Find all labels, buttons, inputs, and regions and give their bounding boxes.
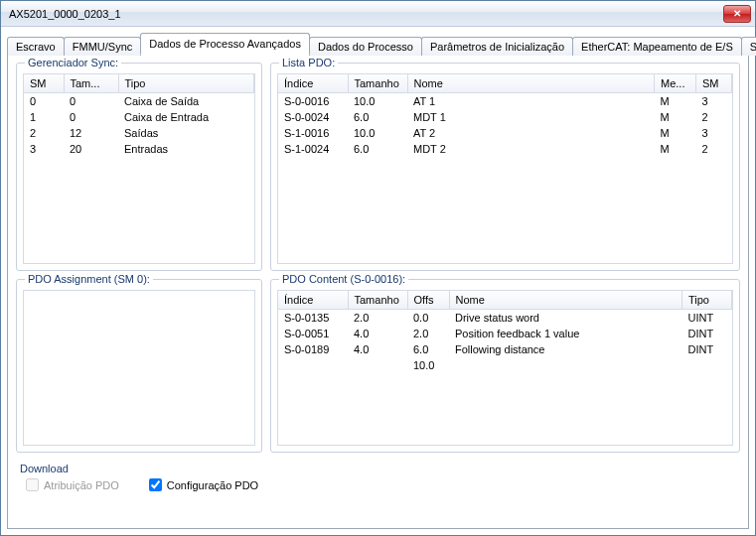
tab-ethercat-mapeamento[interactable]: EtherCAT: Mapeamento de E/S [572,37,742,56]
window-content: Escravo FMMU/Sync Dados de Processo Avan… [1,27,755,535]
checkbox-atribuicao-pdo-label: Atribuição PDO [44,479,119,491]
th-pdolist-sm[interactable]: SM [696,74,732,93]
th-pdoc-tamanho[interactable]: Tamanho [348,291,407,310]
tab-dados-processo[interactable]: Dados do Processo [309,37,422,56]
checkbox-configuracao-pdo-label: Configuração PDO [167,479,258,491]
th-pdolist-me[interactable]: Me... [655,74,696,93]
group-sync-manager-title: Gerenciador Sync: [25,57,121,68]
th-pdolist-indice[interactable]: Índice [278,74,348,93]
table-row[interactable]: S-0-00246.0MDT 1M2 [278,109,732,125]
table-row[interactable]: S-1-001610.0AT 2M3 [278,125,732,141]
download-title: Download [20,463,736,474]
th-pdoc-offs[interactable]: Offs [407,291,449,310]
pdo-assignment-list[interactable] [23,290,255,446]
titlebar: AX5201_0000_0203_1 ✕ [1,1,755,27]
th-pdolist-nome[interactable]: Nome [407,74,655,93]
th-sync-sm[interactable]: SM [24,74,64,93]
window-title: AX5201_0000_0203_1 [9,8,723,20]
group-pdo-content-title: PDO Content (S-0-0016): [279,273,408,285]
table-row[interactable]: 320Entradas [24,141,254,157]
table-row[interactable]: S-1-00246.0MDT 2M2 [278,141,732,157]
tab-fmmu-sync[interactable]: FMMU/Sync [64,37,142,56]
table-row[interactable]: S-0-00514.02.0Position feedback 1 valueD… [278,326,732,341]
table-total-row: 10.0 [278,357,732,373]
table-row[interactable]: S-0-01352.00.0Drive status wordUINT [278,310,732,327]
th-sync-tipo[interactable]: Tipo [118,74,254,93]
sync-table[interactable]: SM Tam... Tipo 00Caixa de Saída 10Caixa … [23,73,255,264]
close-icon: ✕ [733,8,741,19]
pdolist-table[interactable]: Índice Tamanho Nome Me... SM S-0-001610.… [277,73,733,264]
tab-parametros-inicializacao[interactable]: Parâmetros de Inicialização [421,37,573,56]
th-sync-tam[interactable]: Tam... [64,74,118,93]
th-pdoc-nome[interactable]: Nome [449,291,682,310]
th-pdolist-tamanho[interactable]: Tamanho [348,74,407,93]
dialog-window: AX5201_0000_0203_1 ✕ Escravo FMMU/Sync D… [0,0,756,536]
group-sync-manager: Gerenciador Sync: SM Tam... Tipo 00Caixa… [16,63,262,271]
table-row[interactable]: 00Caixa de Saída [24,93,254,110]
th-pdoc-tipo[interactable]: Tipo [682,291,732,310]
tab-dados-processo-avancados[interactable]: Dados de Processo Avançados [140,33,310,55]
tabstrip: Escravo FMMU/Sync Dados de Processo Avan… [7,33,749,55]
group-pdo-assignment-title: PDO Assignment (SM 0): [25,273,153,285]
tabpage: Gerenciador Sync: SM Tam... Tipo 00Caixa… [7,54,749,529]
checkbox-atribuicao-pdo-input [26,478,39,491]
close-button[interactable]: ✕ [723,5,751,23]
group-pdo-assignment: PDO Assignment (SM 0): [16,279,262,453]
group-pdo-list: Lista PDO: Índice Tamanho Nome Me... SM [270,63,740,271]
group-pdo-list-title: Lista PDO: [279,57,338,68]
group-pdo-content: PDO Content (S-0-0016): Índice Tamanho O… [270,279,740,453]
checkbox-configuracao-pdo[interactable]: Configuração PDO [149,478,258,491]
table-row[interactable]: 212Saídas [24,125,254,141]
download-section: Download Atribuição PDO Configuração PDO [16,461,740,493]
table-row[interactable]: 10Caixa de Entrada [24,109,254,125]
tab-escravo[interactable]: Escravo [7,37,65,56]
table-row[interactable]: S-0-01894.06.0Following distanceDINT [278,341,732,357]
checkbox-configuracao-pdo-input[interactable] [149,478,162,491]
table-row[interactable]: S-0-001610.0AT 1M3 [278,93,732,110]
th-pdoc-indice[interactable]: Índice [278,291,348,310]
checkbox-atribuicao-pdo: Atribuição PDO [26,478,119,491]
pdocontent-table[interactable]: Índice Tamanho Offs Nome Tipo S-0-01352.… [277,290,733,446]
tab-stat-overflow[interactable]: Stat [741,37,756,56]
